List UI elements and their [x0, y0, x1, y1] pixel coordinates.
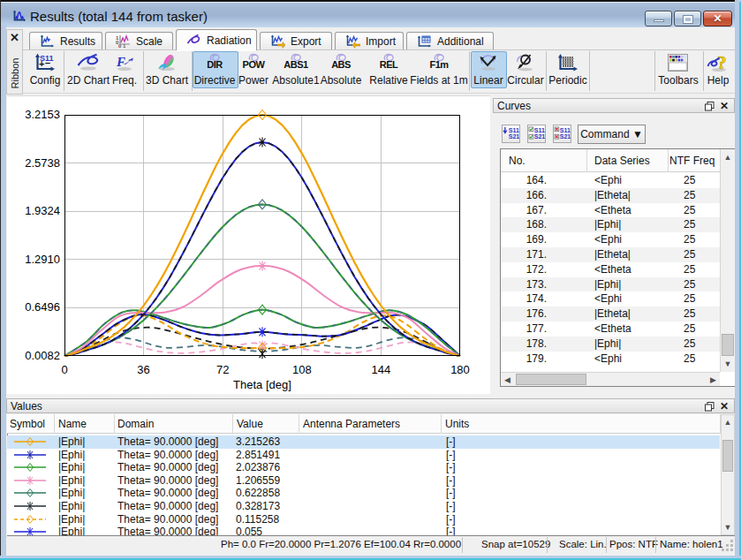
- svg-text:72: 72: [216, 363, 229, 376]
- svg-text:0.0082: 0.0082: [25, 349, 60, 362]
- svg-text:0.6496: 0.6496: [25, 300, 60, 314]
- svg-text:108: 108: [292, 363, 312, 376]
- svg-text:F: F: [116, 55, 125, 69]
- svg-text:36: 36: [137, 363, 149, 376]
- svg-text:0: 0: [61, 363, 67, 376]
- svg-text:1.9324: 1.9324: [25, 204, 60, 217]
- svg-text:F1m: F1m: [429, 59, 449, 70]
- svg-text:2.5738: 2.5738: [25, 156, 60, 170]
- svg-text:?: ?: [717, 53, 727, 72]
- svg-text:144: 144: [372, 363, 391, 376]
- svg-text:+: +: [39, 58, 44, 69]
- svg-text:S21: S21: [509, 133, 519, 140]
- svg-text:3.2153: 3.2153: [25, 108, 60, 121]
- svg-text:DIR: DIR: [207, 59, 223, 70]
- svg-text:S21: S21: [560, 133, 571, 140]
- svg-text:1.2910: 1.2910: [25, 253, 60, 266]
- svg-text:ABS: ABS: [331, 59, 351, 70]
- svg-text:S21: S21: [534, 133, 545, 140]
- svg-text:180: 180: [450, 363, 470, 376]
- svg-text:Theta [deg]: Theta [deg]: [233, 378, 291, 391]
